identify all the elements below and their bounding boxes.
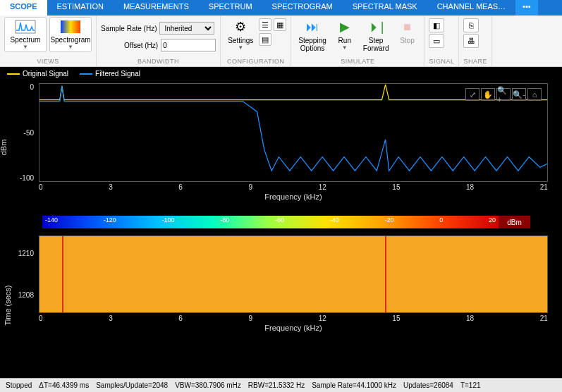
spectrum-view-label: Spectrum [11, 36, 41, 44]
share-group-label: SHARE [463, 56, 487, 66]
autoscale-icon[interactable]: ⤢ [465, 88, 479, 101]
tab-bar: SCOPE ESTIMATION MEASUREMENTS SPECTRUM S… [0, 0, 562, 16]
status-upd: Updates=26084 [403, 381, 453, 389]
stepping-label: Stepping Options [298, 37, 326, 52]
status-state: Stopped [6, 381, 32, 389]
spectrum-plot[interactable]: ⤢ ✋ 🔍+ 🔍- ⌂ [39, 83, 548, 182]
stop-icon: ■ [397, 18, 417, 35]
play-icon: ▶ [335, 18, 355, 35]
legend-filtered[interactable]: Filtered Signal [80, 70, 140, 78]
spectrogram-y-ticks: 1210 1208 [12, 250, 37, 299]
share-copy-button[interactable]: ⎘ [463, 18, 479, 32]
ribbon-group-bandwidth: Sample Rate (Hz) Inherited Offset (Hz) B… [97, 16, 221, 66]
tab-spectrum[interactable]: SPECTRUM [199, 0, 262, 16]
plot-area: Original Signal Filtered Signal dBm 0 -5… [0, 67, 562, 378]
dropdown-icon: ▼ [23, 44, 28, 50]
tab-channel-meas[interactable]: CHANNEL MEAS… [427, 0, 515, 16]
tab-spectrogram[interactable]: SPECTROGRAM [262, 0, 343, 16]
settings-label: Settings [228, 37, 253, 44]
dropdown-icon: ▼ [68, 44, 73, 50]
spectrum-x-ticks: 036912151821 [39, 182, 548, 192]
spectrogram-ylabel: Time (secs) [4, 285, 12, 325]
run-button[interactable]: ▶ Run ▼ [332, 17, 358, 52]
tab-scope[interactable]: SCOPE [0, 0, 47, 16]
status-vbw: VBW=380.7906 mHz [175, 381, 241, 389]
configuration-group-label: CONFIGURATION [225, 56, 286, 66]
legend-filtered-label: Filtered Signal [95, 70, 140, 78]
ribbon: Spectrum ▼ Spectrogram ▼ VIEWS Sample Ra… [0, 16, 562, 67]
ribbon-group-configuration: ⚙ Settings ▼ ☰ ▦ ▤ CONFIGURATION [221, 16, 291, 66]
tab-estimation[interactable]: ESTIMATION [47, 0, 114, 16]
legend-swatch-original [7, 73, 20, 75]
svg-rect-1 [61, 20, 80, 33]
status-dt: ΔT=46.4399 ms [39, 381, 89, 389]
views-group-label: VIEWS [4, 56, 92, 66]
spectrum-ylabel: dBm [0, 140, 8, 156]
tone-line-15khz [385, 236, 386, 312]
run-label: Run [338, 37, 351, 44]
spectrum-plot-container: dBm 0 -50 -100 ⤢ ✋ 🔍+ 🔍- ⌂ [0, 80, 562, 214]
bandwidth-group-label: BANDWIDTH [101, 56, 216, 66]
spectrum-y-ticks: 0 -50 -100 [12, 83, 37, 182]
legend-swatch-filtered [80, 73, 92, 75]
tab-overflow[interactable]: ••• [515, 0, 538, 16]
spectrogram-xlabel: Frequency (kHz) [39, 324, 548, 332]
legend-original-label: Original Signal [23, 70, 68, 78]
spectrogram-view-button[interactable]: Spectrogram ▼ [49, 17, 92, 52]
signal-select-button[interactable]: ▭ [429, 34, 444, 48]
gear-icon: ⚙ [231, 18, 250, 35]
ribbon-group-views: Spectrum ▼ Spectrogram ▼ VIEWS [0, 16, 97, 66]
status-spu: Samples/Update=2048 [96, 381, 168, 389]
settings-button[interactable]: ⚙ Settings ▼ [225, 17, 256, 52]
ribbon-group-simulate: ⏭ Stepping Options ▶ Run ▼ ⏵| Step Forwa… [291, 16, 424, 66]
step-icon: ⏵| [366, 18, 386, 35]
stepping-icon: ⏭ [303, 18, 322, 35]
ribbon-group-signal: ◧ ▭ SIGNAL [424, 16, 459, 66]
colorbar-unit: dBm [499, 216, 530, 228]
spectrum-icon [14, 19, 37, 35]
spectrogram-plot-container: Time (secs) 1210 1208 036912151821 Frequ… [0, 233, 562, 378]
config-list-button[interactable]: ☰ [259, 18, 271, 31]
spectrogram-view-label: Spectrogram [50, 36, 90, 44]
colorbar-gradient [42, 216, 499, 228]
share-print-button[interactable]: 🖶 [463, 34, 479, 48]
status-sr: Sample Rate=44.1000 kHz [312, 381, 396, 389]
signal-group-label: SIGNAL [429, 56, 454, 66]
config-layout-button[interactable]: ▤ [259, 33, 271, 46]
signal-config-button[interactable]: ◧ [429, 18, 444, 32]
config-palette-button[interactable]: ▦ [274, 18, 286, 31]
sample-rate-select[interactable]: Inherited [159, 22, 214, 35]
zoom-out-icon[interactable]: 🔍- [512, 88, 526, 101]
pan-icon[interactable]: ✋ [481, 88, 495, 101]
dropdown-icon: ▼ [238, 44, 243, 51]
plot-tools: ⤢ ✋ 🔍+ 🔍- ⌂ [465, 88, 542, 101]
legend-original[interactable]: Original Signal [7, 70, 68, 78]
step-forward-label: Step Forward [363, 37, 389, 52]
status-rbw: RBW=21.5332 Hz [248, 381, 305, 389]
step-forward-button[interactable]: ⏵| Step Forward [360, 17, 392, 54]
status-bar: Stopped ΔT=46.4399 ms Samples/Update=204… [0, 378, 562, 392]
zoom-in-icon[interactable]: 🔍+ [496, 88, 511, 101]
colorbar: dBm -140-120-100-80-60-40-20020 [42, 216, 530, 228]
stop-label: Stop [400, 37, 415, 44]
spectrogram-x-ticks: 036912151821 [39, 313, 548, 324]
legend: Original Signal Filtered Signal [0, 67, 562, 80]
tone-line-1khz [62, 236, 63, 312]
tab-measurements[interactable]: MEASUREMENTS [114, 0, 199, 16]
tab-spectral-mask[interactable]: SPECTRAL MASK [343, 0, 427, 16]
spectrogram-plot[interactable] [39, 235, 548, 313]
spectrum-xlabel: Frequency (kHz) [39, 192, 548, 201]
spectrogram-icon [59, 19, 82, 35]
simulate-group-label: SIMULATE [295, 56, 420, 66]
status-t: T=121 [460, 381, 481, 389]
home-icon[interactable]: ⌂ [527, 88, 542, 101]
spectrum-view-button[interactable]: Spectrum ▼ [4, 17, 47, 52]
ribbon-group-share: ⎘ 🖶 SHARE [459, 16, 492, 66]
offset-label: Offset (Hz) [124, 42, 158, 49]
dropdown-icon: ▼ [342, 44, 348, 51]
stepping-options-button[interactable]: ⏭ Stepping Options [295, 17, 329, 54]
offset-input[interactable] [161, 39, 216, 51]
sample-rate-label: Sample Rate (Hz) [101, 25, 157, 32]
stop-button: ■ Stop [394, 17, 420, 46]
